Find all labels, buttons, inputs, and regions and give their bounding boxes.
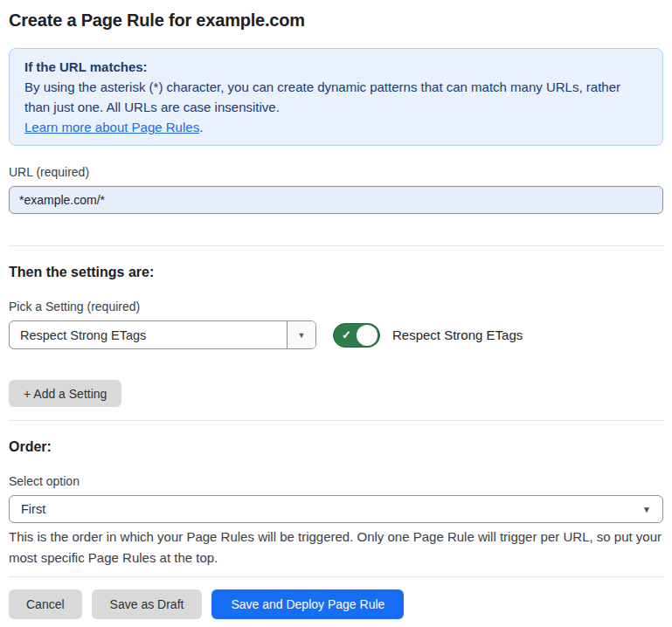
section-divider: [9, 245, 663, 246]
url-field-label: URL (required): [9, 165, 663, 180]
info-box-link-line: Learn more about Page Rules.: [24, 117, 648, 137]
check-icon: ✓: [342, 329, 351, 341]
footer-actions: Cancel Save as Draft Save and Deploy Pag…: [9, 589, 663, 627]
footer-divider: [9, 576, 663, 577]
order-select-label: Select option: [9, 474, 663, 489]
order-help-text: This is the order in which your Page Rul…: [9, 527, 663, 568]
add-setting-button[interactable]: + Add a Setting: [9, 380, 121, 407]
info-box-heading: If the URL matches:: [24, 57, 648, 77]
order-section-heading: Order:: [9, 438, 663, 455]
create-page-rule-form: Create a Page Rule for example.com If th…: [0, 10, 672, 627]
link-period: .: [199, 120, 203, 134]
setting-row: Respect Strong ETags ▼ ✓ Respect Strong …: [9, 320, 663, 349]
order-select[interactable]: First ▼: [9, 495, 663, 523]
url-match-info-box: If the URL matches: By using the asteris…: [9, 48, 663, 146]
toggle-label: Respect Strong ETags: [392, 327, 523, 342]
order-select-value: First: [21, 502, 45, 516]
save-draft-button[interactable]: Save as Draft: [92, 589, 203, 619]
setting-toggle[interactable]: ✓: [333, 323, 380, 348]
setting-dropdown[interactable]: Respect Strong ETags ▼: [9, 320, 316, 349]
save-deploy-button[interactable]: Save and Deploy Page Rule: [211, 589, 404, 619]
page-title: Create a Page Rule for example.com: [9, 10, 663, 31]
setting-dropdown-value: Respect Strong ETags: [10, 321, 287, 348]
chevron-down-icon: ▼: [298, 331, 306, 340]
toggle-knob: [357, 325, 378, 346]
dropdown-arrow-button[interactable]: ▼: [287, 321, 315, 348]
chevron-down-icon: ▼: [642, 505, 651, 514]
pick-setting-label: Pick a Setting (required): [9, 300, 663, 314]
settings-section-heading: Then the settings are:: [9, 264, 663, 280]
info-box-body: By using the asterisk (*) character, you…: [24, 77, 648, 117]
cancel-button[interactable]: Cancel: [9, 589, 82, 619]
url-input[interactable]: [9, 186, 663, 214]
learn-more-link[interactable]: Learn more about Page Rules: [24, 120, 199, 134]
section-divider: [9, 420, 663, 421]
